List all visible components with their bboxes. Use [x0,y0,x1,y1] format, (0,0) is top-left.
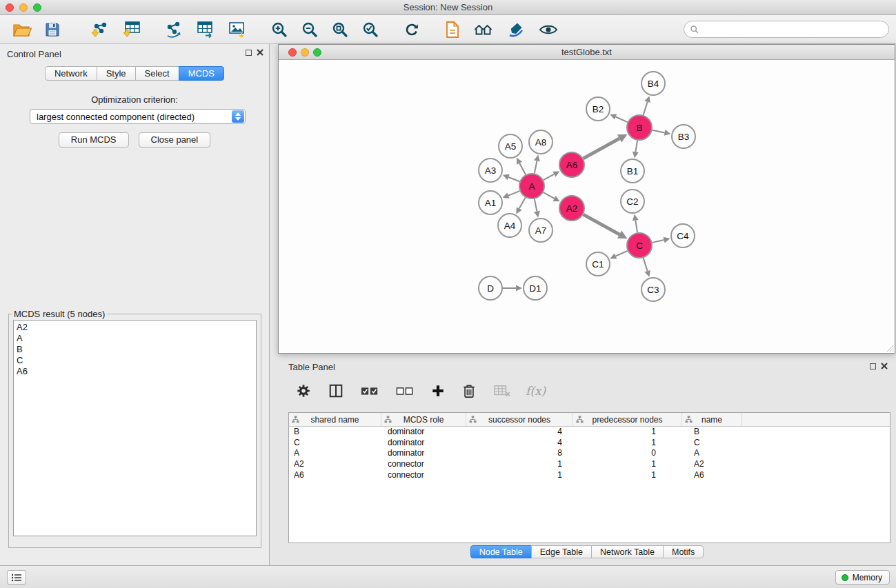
table-cell[interactable]: A2 [682,459,742,470]
table-cell[interactable]: 1 [573,438,682,449]
close-table-panel-icon[interactable] [881,363,888,369]
graph-node-A8[interactable]: A8 [529,130,552,154]
save-icon[interactable] [41,18,63,41]
table-cell[interactable]: A [289,448,381,459]
result-list-item[interactable]: C [17,355,253,366]
table-cell[interactable]: dominator [381,438,466,449]
tab-edge-table[interactable]: Edge Table [531,545,592,558]
column-header-name[interactable]: name [682,413,742,426]
deselect-all-icon[interactable] [393,379,417,403]
graph-node-B3[interactable]: B3 [672,125,695,148]
float-table-panel-icon[interactable] [870,363,876,369]
graph-edge-C-C2[interactable] [635,221,637,233]
graph-edge-C-C3[interactable] [644,258,648,271]
graph-edge-B-B4[interactable] [644,102,648,115]
graph-edge-A-A6[interactable] [544,174,555,180]
graph-node-A6[interactable]: A6 [559,152,584,177]
export-table-icon[interactable] [193,18,218,41]
graph-node-C[interactable]: C [627,233,652,258]
column-header-shared-name[interactable]: shared name [289,413,381,426]
column-header-successor-nodes[interactable]: successor nodes [466,413,573,426]
graph-node-A[interactable]: A [519,174,544,199]
tab-select[interactable]: Select [135,66,179,81]
import-table-icon[interactable] [119,18,143,41]
graph-node-A2[interactable]: A2 [559,196,584,221]
memory-button[interactable]: Memory [835,570,890,585]
table-cell[interactable]: 1 [573,427,682,438]
table-cell[interactable]: connector [381,470,466,481]
export-network-icon[interactable] [161,18,186,41]
tab-mcds[interactable]: MCDS [179,66,224,81]
table-cell[interactable]: dominator [381,448,466,459]
close-panel-icon[interactable] [257,49,263,56]
function-builder-icon[interactable]: f(x) [526,384,546,398]
table-cell[interactable]: connector [381,459,466,470]
refresh-icon[interactable] [400,18,424,41]
tab-node-table[interactable]: Node Table [470,545,532,558]
graph-edge-C-C4[interactable] [653,240,664,243]
table-cell[interactable]: dominator [381,427,466,438]
graph-node-B1[interactable]: B1 [621,159,644,183]
graph-edge-A2-C[interactable] [584,214,619,234]
result-list-item[interactable]: B [17,344,253,355]
graph-edge-A-A1[interactable] [508,191,519,196]
criterion-dropdown[interactable]: largest connected component (directed) [30,109,246,124]
table-cell[interactable]: A [682,448,742,459]
tab-motifs[interactable]: Motifs [663,545,704,558]
table-row[interactable]: Adominator80A [289,448,890,459]
task-history-button[interactable] [7,570,26,585]
new-document-icon[interactable] [441,18,464,41]
add-row-icon[interactable] [428,379,448,403]
table-row[interactable]: Cdominator41C [289,438,890,449]
search-box[interactable] [684,21,889,38]
table-cell[interactable]: C [682,438,742,449]
graph-edge-A-A7[interactable] [535,199,537,212]
graph-node-C1[interactable]: C1 [586,252,610,276]
table-cell[interactable]: 1 [466,459,573,470]
show-hide-icon[interactable] [535,18,561,41]
tab-style[interactable]: Style [97,66,136,81]
first-neighbors-icon[interactable] [470,18,497,41]
delete-table-icon[interactable] [490,379,514,403]
result-list-item[interactable]: A2 [17,322,253,333]
network-canvas[interactable]: B4B2BB3A5A8A6A3AB1A1C2A2A4A7C4CC1C3DD1 [279,60,895,353]
graph-edge-A-A2[interactable] [544,192,555,199]
apply-style-icon[interactable] [504,18,528,41]
graph-edge-A-A8[interactable] [535,161,537,173]
graph-node-A3[interactable]: A3 [479,159,502,182]
table-cell[interactable]: 4 [466,427,573,438]
graph-edge-C-C1[interactable] [616,251,628,256]
result-list-item[interactable]: A [17,333,253,344]
graph-edge-A-A5[interactable] [519,163,526,175]
table-cell[interactable]: A2 [289,459,381,470]
delete-row-icon[interactable] [459,379,479,403]
run-mcds-button[interactable]: Run MCDS [59,132,129,148]
dropdown-stepper-icon[interactable] [232,110,244,123]
table-cell[interactable]: A6 [289,470,381,481]
table-cell[interactable]: 1 [573,459,682,470]
close-panel-button[interactable]: Close panel [139,132,211,148]
zoom-fit-icon[interactable] [328,18,352,41]
table-cell[interactable]: 1 [573,470,682,481]
tab-network[interactable]: Network [45,66,97,81]
select-all-icon[interactable] [358,379,381,403]
float-panel-icon[interactable] [246,50,252,56]
tab-network-table[interactable]: Network Table [591,545,664,558]
graph-node-B2[interactable]: B2 [586,97,610,121]
graph-edge-B-B1[interactable] [635,141,637,152]
graph-edge-B-B3[interactable] [653,130,665,133]
table-cell[interactable]: B [289,427,381,438]
import-network-icon[interactable] [87,18,112,41]
graph-node-A7[interactable]: A7 [529,219,552,242]
graph-edge-A-A3[interactable] [508,177,519,181]
table-cell[interactable]: 1 [466,470,573,481]
column-header-mcds-role[interactable]: MCDS role [381,413,466,426]
search-input[interactable] [704,24,883,34]
table-cell[interactable]: 4 [466,438,573,449]
table-row[interactable]: Bdominator41B [289,427,890,438]
graph-node-A5[interactable]: A5 [499,134,522,158]
zoom-out-icon[interactable] [298,18,321,41]
table-cell[interactable]: 8 [466,448,573,459]
network-window-titlebar[interactable]: testGlobe.txt [279,45,895,60]
graph-edge-B-B2[interactable] [616,116,628,122]
